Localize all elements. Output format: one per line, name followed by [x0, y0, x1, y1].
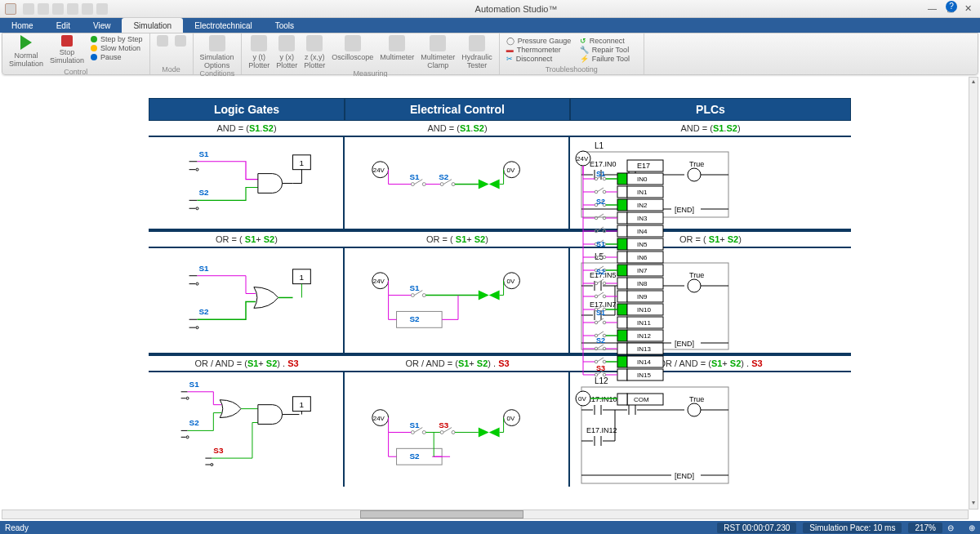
formula-orand-elec: OR / AND = (S1+ S2) . S3 [345, 356, 570, 372]
zoom-out-icon[interactable]: ⊖ [947, 523, 954, 532]
stop-simulation-button[interactable]: Stop Simulation [50, 35, 84, 65]
svg-text:IN12: IN12 [637, 332, 651, 340]
elec-orand-diagram[interactable]: 24V 0V S1 S3 S2 [345, 372, 570, 487]
reconnect-button[interactable]: ↺Reconnect [580, 37, 630, 45]
zxy-plotter-button[interactable]: z (x,y) Plotter [304, 35, 325, 69]
svg-line-287 [597, 345, 604, 349]
svg-text:S1: S1 [596, 240, 605, 248]
logic-and-diagram[interactable]: S1 S2 1 [149, 137, 345, 229]
qat-btn[interactable] [82, 3, 93, 15]
app-orb-icon[interactable] [5, 3, 16, 15]
tab-view[interactable]: View [82, 18, 122, 33]
svg-text:IN3: IN3 [637, 215, 648, 222]
qat-btn[interactable] [23, 3, 34, 15]
svg-text:S2: S2 [439, 172, 449, 181]
svg-text:IN1: IN1 [637, 189, 648, 196]
svg-point-70 [411, 294, 414, 297]
step-by-step-button[interactable]: Step by Step [91, 35, 143, 43]
reconnect-icon: ↺ [580, 37, 586, 45]
svg-text:24V: 24V [373, 167, 385, 174]
yt-plotter-button[interactable]: y (t) Plotter [248, 35, 270, 69]
vertical-scrollbar[interactable]: ▴▾ [969, 77, 978, 510]
scrollbar-thumb[interactable] [360, 510, 523, 518]
qat-btn[interactable] [67, 3, 78, 15]
svg-marker-137 [489, 428, 500, 438]
svg-text:S2: S2 [409, 452, 420, 461]
help-icon[interactable]: ? [946, 1, 957, 12]
svg-point-22 [422, 183, 425, 186]
svg-point-214 [603, 229, 606, 233]
mode-button[interactable] [175, 35, 186, 47]
formula-or-elec: OR = ( S1+ S2) [345, 232, 570, 248]
horizontal-scrollbar[interactable] [2, 510, 969, 519]
elec-or-diagram[interactable]: 24V 0V S1 S2 [345, 248, 570, 353]
svg-point-127 [411, 430, 414, 434]
svg-point-91 [688, 279, 701, 292]
svg-point-270 [603, 321, 606, 324]
close-icon[interactable]: ✕ [964, 3, 972, 14]
svg-text:True: True [689, 395, 704, 403]
svg-rect-265 [617, 317, 627, 328]
qat-btn[interactable] [38, 3, 49, 15]
normal-simulation-button[interactable]: Normal Simulation [9, 35, 43, 68]
formula-and-logic: AND = (S1.S2) [149, 121, 345, 137]
svg-text:S3: S3 [213, 446, 224, 455]
svg-point-302 [603, 373, 606, 376]
repair-tool-button[interactable]: 🔧Repair Tool [580, 46, 630, 54]
svg-text:S3: S3 [439, 421, 449, 429]
tab-simulation[interactable]: Simulation [122, 18, 183, 33]
gauge-icon: ◯ [506, 37, 514, 45]
flask-icon [209, 35, 225, 51]
svg-text:COM: COM [634, 396, 649, 403]
minimize-icon[interactable]: — [928, 3, 937, 14]
formula-orand-logic: OR / AND = (S1+ S2) . S3 [149, 356, 345, 372]
svg-text:24V: 24V [373, 278, 385, 285]
yx-plotter-button[interactable]: y (x) Plotter [276, 35, 297, 69]
elec-and-diagram[interactable]: 24V 0V S1 S2 [345, 137, 570, 229]
oscilloscope-button[interactable]: Oscilloscope [332, 35, 373, 61]
slow-motion-button[interactable]: Slow Motion [91, 44, 143, 52]
mode-button[interactable] [157, 35, 168, 47]
failure-tool-button[interactable]: ⚡Failure Tool [580, 55, 630, 63]
group-mode: Mode [157, 65, 186, 74]
group-troubleshooting: Troubleshooting [506, 65, 637, 74]
logic-orand-diagram[interactable]: S1 S2 S3 1 [149, 372, 345, 487]
svg-text:S1: S1 [198, 264, 209, 273]
tab-home[interactable]: Home [0, 18, 45, 33]
svg-rect-308 [617, 394, 627, 405]
plc-module[interactable]: 24V E17 IN0IN1IN2IN3IN4IN5IN6IN7IN8IN9IN… [570, 147, 684, 408]
multimeter-button[interactable]: Multimeter [380, 35, 414, 61]
svg-point-133 [452, 430, 455, 434]
svg-text:S1: S1 [189, 380, 200, 389]
svg-point-206 [603, 216, 606, 220]
svg-rect-177 [617, 173, 627, 185]
svg-point-7 [196, 207, 198, 210]
svg-point-71 [422, 294, 425, 297]
drawing-canvas[interactable]: Logic Gates Electrical Control PLCs AND … [3, 77, 977, 519]
svg-text:S1: S1 [596, 170, 605, 178]
tab-electrotechnical[interactable]: Electrotechnical [183, 18, 264, 33]
scroll-down-icon[interactable]: ▾ [969, 499, 978, 509]
svg-rect-297 [617, 369, 627, 380]
multimeter-clamp-button[interactable]: Multimeter Clamp [421, 35, 455, 69]
hydraulic-tester-button[interactable]: Hydraulic Tester [461, 35, 492, 69]
svg-line-191 [597, 188, 604, 192]
svg-point-109 [186, 436, 189, 438]
svg-point-128 [422, 430, 425, 434]
svg-text:IN10: IN10 [637, 306, 651, 314]
pause-button[interactable]: Pause [91, 53, 143, 61]
qat-btn[interactable] [96, 3, 108, 15]
svg-rect-209 [617, 225, 627, 237]
disconnect-icon: ✂ [506, 55, 513, 63]
qat-btn[interactable] [52, 3, 64, 15]
svg-text:S2: S2 [198, 307, 209, 316]
status-zoom[interactable]: 217% [908, 523, 942, 533]
tab-edit[interactable]: Edit [45, 18, 82, 33]
stop-icon [61, 35, 73, 47]
zoom-in-icon[interactable]: ⊕ [969, 523, 975, 532]
play-icon [20, 35, 32, 50]
logic-or-diagram[interactable]: S1 S2 1 [149, 248, 345, 353]
tab-tools[interactable]: Tools [264, 18, 305, 33]
scroll-up-icon[interactable]: ▴ [969, 78, 978, 87]
sim-options-button[interactable]: Simulation Options [200, 35, 234, 69]
